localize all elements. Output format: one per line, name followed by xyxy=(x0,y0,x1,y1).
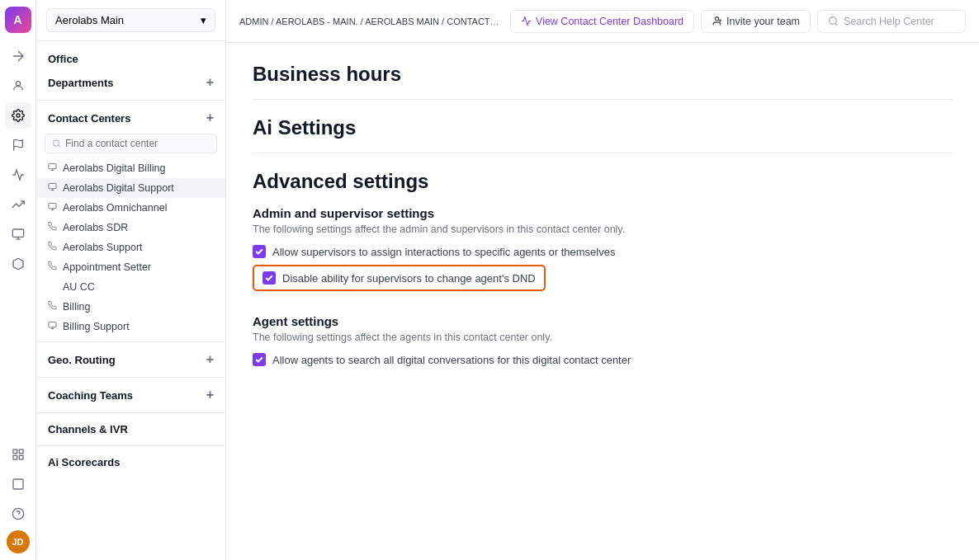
admin-supervisor-title: Admin and supervisor settings xyxy=(253,206,953,220)
svg-point-0 xyxy=(16,82,20,86)
sidebar: Aerolabs Main ▾ Office Departments + Con… xyxy=(36,0,226,560)
svg-rect-24 xyxy=(49,322,56,327)
contact-center-search-input[interactable] xyxy=(65,138,210,149)
sidebar-section-ai-scorecards[interactable]: Ai Scorecards xyxy=(36,451,225,473)
sidebar-item-aerolabs-digital-billing[interactable]: Aerolabs Digital Billing xyxy=(36,158,225,178)
svg-rect-7 xyxy=(19,449,23,454)
checkbox-2[interactable] xyxy=(262,271,276,285)
add-contact-center-icon[interactable]: + xyxy=(206,111,214,125)
monitor-icon-2 xyxy=(48,182,57,194)
nav-icon-box[interactable] xyxy=(5,251,31,277)
svg-rect-9 xyxy=(13,455,17,459)
sidebar-section-geo-routing[interactable]: Geo. Routing + xyxy=(36,347,225,372)
sidebar-content: Office Departments + Contact Centers + A… xyxy=(36,41,225,560)
person-plus-icon xyxy=(712,16,722,26)
nav-icon-flag[interactable] xyxy=(5,132,31,158)
content-area: Business hours Ai Settings Advanced sett… xyxy=(226,43,979,560)
checkmark-icon-1 xyxy=(255,247,263,256)
nav-icon-gear[interactable] xyxy=(5,102,31,129)
divider-1 xyxy=(253,99,953,100)
checkmark-icon-3 xyxy=(255,355,263,364)
search-icon xyxy=(828,16,839,26)
sidebar-divider-2 xyxy=(36,341,225,342)
add-coaching-teams-icon[interactable]: + xyxy=(206,388,214,402)
nav-icon-app[interactable] xyxy=(5,441,31,468)
svg-point-30 xyxy=(830,17,837,25)
sidebar-divider-4 xyxy=(36,412,225,413)
pulse-icon xyxy=(521,16,532,26)
monitor-icon-4 xyxy=(48,321,57,332)
sidebar-item-aerolabs-digital-support[interactable]: Aerolabs Digital Support xyxy=(36,178,225,198)
sidebar-divider-1 xyxy=(36,100,225,101)
sidebar-item-aerolabs-support[interactable]: Aerolabs Support xyxy=(36,238,225,257)
sidebar-item-aerolabs-omnichannel[interactable]: Aerolabs Omnichannel xyxy=(36,198,225,218)
topbar-actions: View Contact Center Dashboard Invite you… xyxy=(510,10,966,33)
sidebar-item-billing-support[interactable]: Billing Support xyxy=(36,317,225,336)
topbar: ADMIN / AEROLABS - MAIN. / AEROLABS MAIN… xyxy=(226,0,979,43)
checkbox-1[interactable] xyxy=(253,245,266,258)
sidebar-item-billing[interactable]: Billing xyxy=(36,297,225,317)
sidebar-item-office[interactable]: Office xyxy=(36,48,225,70)
nav-icon-history[interactable] xyxy=(5,191,31,218)
help-search-bar[interactable]: Search Help Center xyxy=(817,10,966,33)
sidebar-section-contact-centers[interactable]: Contact Centers + xyxy=(36,106,225,130)
main-area: ADMIN / AEROLABS - MAIN. / AEROLABS MAIN… xyxy=(226,0,979,560)
contact-center-search-box[interactable] xyxy=(45,134,217,153)
monitor-icon-3 xyxy=(48,202,57,214)
nav-icon-trend[interactable] xyxy=(5,221,31,247)
org-selector[interactable]: Aerolabs Main ▾ xyxy=(46,8,215,32)
checkbox-row-1: Allow supervisors to assign interactions… xyxy=(253,245,953,258)
agent-settings-desc: The following settings affect the agents… xyxy=(253,332,953,343)
sidebar-section-channels-ivr[interactable]: Channels & IVR xyxy=(36,418,225,440)
icon-bar: A JD xyxy=(0,0,36,560)
agent-settings-section: Agent settings The following settings af… xyxy=(253,314,953,366)
sidebar-item-appointment-setter[interactable]: Appointment Setter xyxy=(36,257,225,277)
sidebar-top: Aerolabs Main ▾ xyxy=(36,0,225,41)
svg-line-31 xyxy=(835,23,837,25)
phone-icon-4 xyxy=(48,301,57,313)
svg-rect-15 xyxy=(49,163,56,168)
phone-icon-2 xyxy=(48,242,57,253)
user-avatar[interactable]: JD xyxy=(7,530,30,553)
nav-icon-person[interactable] xyxy=(5,73,31,99)
sidebar-divider-5 xyxy=(36,445,225,446)
svg-rect-21 xyxy=(49,203,56,208)
nav-icon-monitor[interactable] xyxy=(5,471,31,497)
svg-line-14 xyxy=(59,145,60,147)
svg-point-13 xyxy=(53,140,59,146)
checkmark-icon-2 xyxy=(265,274,273,282)
phone-icon-1 xyxy=(48,222,57,233)
svg-rect-3 xyxy=(12,229,23,237)
admin-supervisor-desc: The following settings affect the admin … xyxy=(253,224,953,235)
nav-icon-help[interactable] xyxy=(5,501,31,527)
sidebar-divider-3 xyxy=(36,377,225,378)
ai-settings-title: Ai Settings xyxy=(253,116,953,139)
admin-supervisor-section: Admin and supervisor settings The follow… xyxy=(253,206,953,298)
dashboard-button[interactable]: View Contact Center Dashboard xyxy=(510,10,694,33)
advanced-settings-title: Advanced settings xyxy=(253,170,953,193)
nav-icon-pulse[interactable] xyxy=(5,162,31,188)
svg-rect-6 xyxy=(13,449,17,454)
agent-settings-title: Agent settings xyxy=(253,314,953,328)
business-hours-title: Business hours xyxy=(253,63,953,86)
nav-icon-route[interactable] xyxy=(5,43,31,69)
sidebar-item-au-cc[interactable]: AU CC xyxy=(36,277,225,297)
svg-rect-8 xyxy=(19,455,23,459)
checkbox-row-3: Allow agents to search all digital conve… xyxy=(253,353,953,366)
add-department-icon[interactable]: + xyxy=(206,75,214,90)
sidebar-section-departments[interactable]: Departments + xyxy=(36,70,225,95)
sidebar-item-aerolabs-sdr[interactable]: Aerolabs SDR xyxy=(36,218,225,238)
add-geo-routing-icon[interactable]: + xyxy=(206,352,214,367)
svg-rect-18 xyxy=(49,183,56,188)
divider-2 xyxy=(253,153,953,153)
breadcrumb: ADMIN / AEROLABS - MAIN. / AEROLABS MAIN… xyxy=(239,16,500,26)
app-logo[interactable]: A xyxy=(5,7,31,33)
highlighted-checkbox-row: Disable ability for supervisors to chang… xyxy=(253,265,546,291)
sidebar-section-coaching-teams[interactable]: Coaching Teams + xyxy=(36,383,225,407)
invite-team-button[interactable]: Invite your team xyxy=(701,10,811,33)
svg-point-1 xyxy=(17,114,20,117)
phone-icon-3 xyxy=(48,261,57,273)
checkbox-3[interactable] xyxy=(253,353,266,366)
svg-rect-10 xyxy=(13,479,23,489)
monitor-icon xyxy=(48,162,57,174)
